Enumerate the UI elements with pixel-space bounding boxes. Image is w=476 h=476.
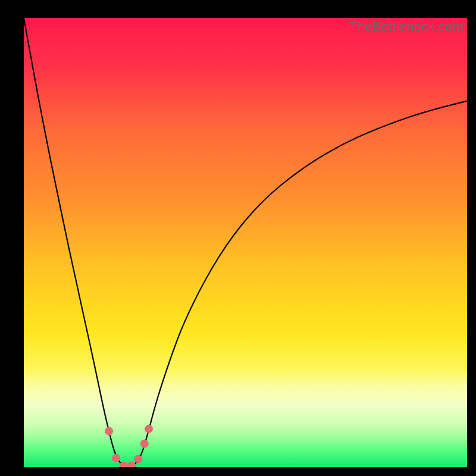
chart-svg — [24, 18, 467, 467]
frame: TheBottleneck.com — [0, 0, 476, 476]
curve-marker — [105, 427, 113, 436]
curve-marker — [112, 454, 120, 462]
plot-area: TheBottleneck.com — [24, 18, 467, 467]
curve-marker — [134, 455, 142, 463]
curve-marker — [140, 440, 149, 448]
curve-marker — [145, 425, 153, 433]
bottleneck-curve-path — [24, 18, 467, 467]
curve-marker — [127, 462, 136, 467]
watermark-text: TheBottleneck.com — [349, 19, 464, 35]
